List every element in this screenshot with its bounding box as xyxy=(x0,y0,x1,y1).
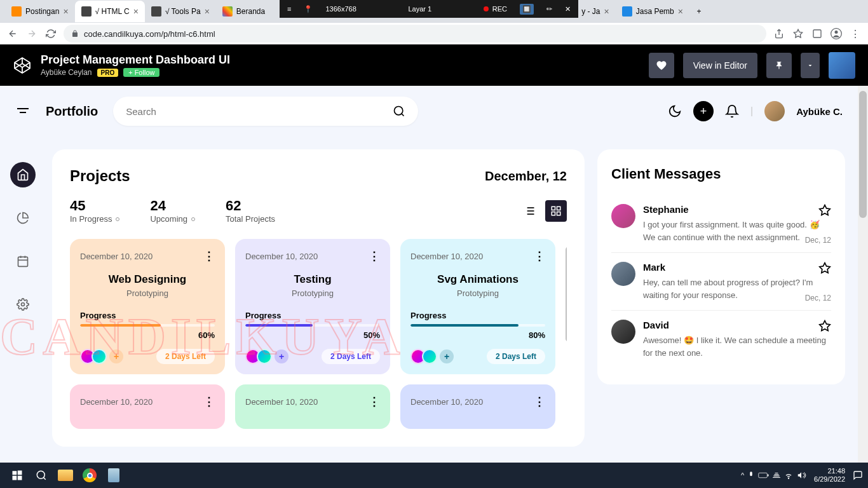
star-icon[interactable] xyxy=(818,204,831,217)
progress-label: Progress xyxy=(410,311,545,320)
taskbar-clock[interactable]: 21:486/29/2022 xyxy=(809,467,850,484)
browser-tab[interactable]: Postingan× xyxy=(5,1,75,22)
recorder-tool-icon[interactable]: 🔲 xyxy=(520,4,534,15)
tray-wifi-icon[interactable] xyxy=(783,471,794,480)
more-icon[interactable]: ⋮ xyxy=(369,249,380,263)
menu-icon[interactable]: ⋮ xyxy=(849,27,862,40)
grid-view-button[interactable] xyxy=(545,200,567,222)
cards-scrollbar[interactable] xyxy=(566,247,567,342)
add-participant-button[interactable]: + xyxy=(440,349,454,363)
bell-icon[interactable] xyxy=(725,104,739,118)
browser-tab[interactable]: √ Tools Pa× xyxy=(145,1,216,22)
moon-icon[interactable] xyxy=(668,104,682,118)
pencil-icon[interactable]: ✏ xyxy=(546,5,552,13)
progress-label: Progress xyxy=(80,311,215,320)
nav-chart[interactable] xyxy=(10,205,36,231)
recorder-menu-icon[interactable]: ≡ xyxy=(287,5,291,13)
pen-author[interactable]: Aybüke Ceylan xyxy=(41,68,92,77)
profile-icon[interactable] xyxy=(830,27,843,40)
message-text: Awesome! 🤩 I like it. We can schedule a … xyxy=(643,334,831,359)
message-item[interactable]: David Awesome! 🤩 I like it. We can sched… xyxy=(611,311,831,368)
heart-button[interactable] xyxy=(649,53,674,78)
pin-button[interactable] xyxy=(766,53,792,78)
more-icon[interactable]: ⋮ xyxy=(369,395,380,409)
search-icon[interactable] xyxy=(393,105,405,118)
card-date: December 10, 2020 xyxy=(245,397,318,407)
app-user-avatar[interactable] xyxy=(764,101,785,121)
more-icon[interactable]: ⋮ xyxy=(203,395,215,409)
chrome-icon[interactable] xyxy=(78,463,102,487)
messages-panel: Client Messages Stephanie I got your fir… xyxy=(597,149,845,384)
tray-chevron-icon[interactable]: ^ xyxy=(741,471,744,479)
close-icon[interactable]: × xyxy=(604,6,609,17)
browser-tab[interactable]: Jasa Pemb× xyxy=(616,1,689,22)
back-button[interactable] xyxy=(6,27,19,40)
projects-date: December, 12 xyxy=(485,169,567,184)
resolution-label: 868x488 xyxy=(325,5,356,13)
star-icon[interactable] xyxy=(818,320,831,332)
tray-battery-icon[interactable] xyxy=(758,471,770,480)
svg-point-29 xyxy=(37,471,44,478)
svg-rect-22 xyxy=(557,207,560,210)
share-icon[interactable] xyxy=(773,27,785,40)
svg-point-8 xyxy=(395,107,403,115)
search-input[interactable] xyxy=(126,106,393,117)
nav-settings[interactable] xyxy=(10,292,36,317)
message-item[interactable]: Stephanie I got your first assignment. I… xyxy=(611,195,831,253)
browser-tab-active[interactable]: √ HTML C× xyxy=(75,1,145,22)
close-icon[interactable]: × xyxy=(678,6,683,17)
tray-mic-icon[interactable] xyxy=(747,471,756,480)
close-icon[interactable]: × xyxy=(133,6,139,17)
list-view-button[interactable] xyxy=(519,200,540,222)
recorder-close-icon[interactable]: ✕ xyxy=(565,5,571,13)
svg-point-14 xyxy=(22,303,25,306)
user-avatar[interactable] xyxy=(829,52,855,79)
more-icon[interactable]: ⋮ xyxy=(534,395,545,409)
more-icon[interactable]: ⋮ xyxy=(203,249,215,263)
add-participant-button[interactable]: + xyxy=(109,349,123,363)
url-input[interactable]: code.candilkuya.com/p/html-c6.html xyxy=(64,25,766,43)
add-participant-button[interactable]: + xyxy=(275,349,288,363)
reload-button[interactable] xyxy=(44,27,57,40)
browser-tab[interactable]: Beranda xyxy=(216,1,271,22)
scrollbar[interactable] xyxy=(858,86,868,463)
star-icon[interactable] xyxy=(818,262,831,274)
project-card[interactable]: December 10, 2020⋮ xyxy=(235,384,390,429)
close-icon[interactable]: × xyxy=(63,6,68,17)
start-button[interactable] xyxy=(5,463,29,487)
nav-home[interactable] xyxy=(10,162,36,187)
new-tab-button[interactable]: + xyxy=(689,1,709,22)
search-button[interactable] xyxy=(29,463,53,487)
stat-upcoming: 24Upcoming xyxy=(150,198,195,224)
nav-calendar[interactable] xyxy=(10,248,36,274)
forward-button[interactable] xyxy=(25,27,38,40)
pin-icon[interactable]: 📍 xyxy=(304,5,313,13)
project-card[interactable]: December 10, 2020⋮ xyxy=(400,384,555,429)
browser-tab[interactable]: y - Ja× xyxy=(575,1,616,22)
project-card[interactable]: December 10, 2020⋮Svg AnimationsPrototyp… xyxy=(400,239,555,374)
hamburger-icon[interactable] xyxy=(15,104,31,119)
follow-button[interactable]: + Follow xyxy=(123,68,159,77)
close-icon[interactable]: × xyxy=(205,6,210,17)
project-card[interactable]: December 10, 2020⋮ xyxy=(70,384,225,429)
screen-recorder-bar: ≡ 📍 868x488 Layar 1 REC 🔲 ✏ ✕ xyxy=(280,0,578,18)
extension-icon[interactable] xyxy=(811,27,824,40)
message-item[interactable]: Mark Hey, can tell me about progress of … xyxy=(611,253,831,311)
explorer-icon[interactable] xyxy=(53,463,78,487)
tray-volume-icon[interactable] xyxy=(796,471,806,480)
add-button[interactable]: + xyxy=(693,101,714,121)
dropdown-button[interactable] xyxy=(801,53,820,78)
notepad-icon[interactable] xyxy=(102,463,126,487)
view-in-editor-button[interactable]: View in Editor xyxy=(683,53,757,78)
project-card[interactable]: December 10, 2020⋮Web DesigningPrototypi… xyxy=(70,239,225,374)
participant-avatars: + xyxy=(410,349,454,364)
stat-in-progress: 45In Progress xyxy=(70,198,119,224)
progress-bar xyxy=(80,324,215,327)
bookmark-icon[interactable] xyxy=(792,27,804,40)
progress-percent: 60% xyxy=(80,330,215,340)
project-card[interactable]: December 10, 2020⋮TestingPrototypingProg… xyxy=(235,239,390,374)
more-icon[interactable]: ⋮ xyxy=(534,249,545,263)
notifications-icon[interactable] xyxy=(853,470,863,480)
tray-network-icon[interactable] xyxy=(772,471,781,480)
search-box[interactable] xyxy=(113,97,418,126)
